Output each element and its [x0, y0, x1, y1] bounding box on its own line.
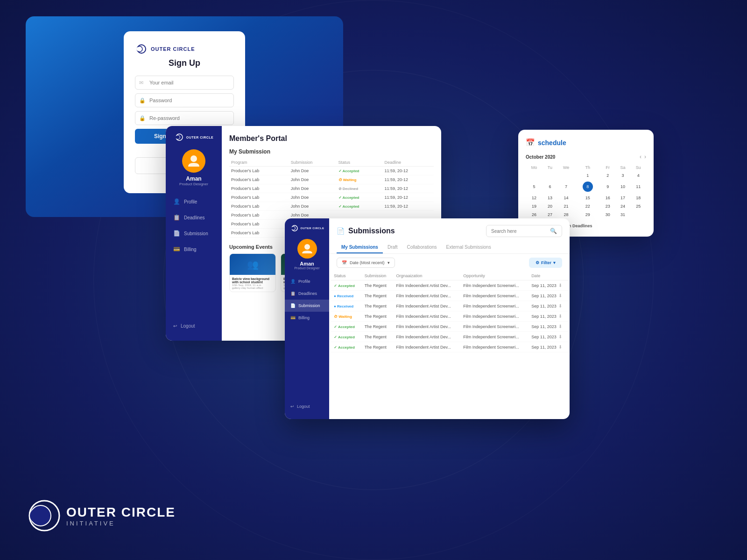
portal-logout-btn[interactable]: ↩ Logout	[166, 319, 222, 333]
sub-billing-icon: 💳	[290, 315, 296, 320]
sub-sidebar-logo: OUTER CIRCLE	[290, 225, 324, 231]
submissions-panel: OUTER CIRCLE Aman Product Designer 👤 Pro…	[285, 218, 570, 419]
cal-day-cell[interactable]: 13	[543, 194, 557, 202]
tab-collaborations[interactable]: Collaborations	[402, 242, 442, 253]
cal-day-cell[interactable]: 8	[575, 180, 601, 194]
sub-search-input[interactable]	[491, 229, 547, 234]
cal-day-cell[interactable]: 3	[615, 171, 630, 180]
calendar-next-btn[interactable]: ›	[644, 154, 646, 160]
cal-day-cell[interactable]: 18	[631, 194, 646, 202]
cal-day-cell[interactable]: 9	[600, 180, 615, 194]
submission-icon: 📄	[173, 230, 180, 237]
sub-nav-deadlines[interactable]: 📋 Deadlines	[285, 287, 329, 300]
calendar-prev-btn[interactable]: ‹	[640, 154, 641, 160]
portal-logout-label: Logout	[181, 323, 195, 329]
cal-day-cell[interactable]: 24	[615, 202, 630, 210]
portal-nav-billing[interactable]: 💳 Billing	[166, 241, 222, 257]
chevron-down-icon: ▾	[388, 260, 390, 265]
sub-nav-profile-label: Profile	[298, 279, 310, 284]
cal-day-cell[interactable]: 11	[631, 180, 646, 194]
sub-cell-status: ✓ Accepted	[330, 342, 361, 352]
calendar-month-row: October 2020 ‹ ›	[526, 154, 646, 160]
sub-cell-org: Film Indeoendent Artist Dev...	[393, 301, 460, 311]
sub-nav-billing-label: Billing	[298, 315, 310, 320]
sub-col-date: Date	[528, 272, 569, 280]
calendar-icon: 📅	[526, 138, 535, 147]
sub-logout-btn[interactable]: ↩ Logout	[285, 400, 329, 413]
event-location-1: gallery-clay human effect	[232, 287, 273, 289]
cal-day-cell[interactable]: 12	[526, 194, 543, 202]
sub-cell-org: Film Indeoendent Artist Dev...	[393, 291, 460, 301]
event-name-1: Batciv view background with school stude…	[232, 277, 273, 284]
portal-cell-submission: John Doe	[289, 167, 337, 175]
cal-day-cell[interactable]: 30	[600, 210, 615, 219]
sub-date-filter[interactable]: 📅 Date (Most recent) ▾	[337, 258, 395, 268]
cal-day-cell[interactable]: 10	[615, 180, 630, 194]
portal-nav-deadlines[interactable]: 📋 Deadlines	[166, 210, 222, 225]
portal-sidebar: OUTER CIRCLE Aman Product Designer 👤 Pro…	[166, 126, 222, 341]
sub-submission-icon: 📄	[290, 303, 296, 308]
cal-day-cell[interactable]: 17	[615, 194, 630, 202]
sub-sidebar-logo-text: OUTER CIRCLE	[301, 227, 324, 230]
sub-cell-date: Sep 11, 2023 ⬇	[528, 280, 569, 291]
email-field[interactable]	[135, 76, 234, 90]
sub-cell-date: Sep 11, 2023 ⬇	[528, 301, 569, 311]
event-img-1: 👥	[230, 254, 275, 275]
cal-day-header: Su	[631, 164, 646, 171]
cal-day-cell[interactable]: 31	[615, 210, 630, 219]
portal-cell-status: ⏱ Waiting	[337, 175, 383, 184]
password-icon: 🔒	[139, 97, 146, 103]
cal-day-cell[interactable]: 27	[543, 210, 557, 219]
portal-cell-submission: John Doe	[289, 202, 337, 211]
cal-day-cell[interactable]: 26	[526, 210, 543, 219]
tab-my-submissions[interactable]: My Submissions	[337, 242, 383, 253]
cal-today-indicator: 8	[583, 182, 593, 192]
sub-header-left: 📄 Submissions	[337, 227, 395, 235]
cal-week-row: 262728293031	[526, 210, 646, 219]
cal-day-cell[interactable]: 21	[557, 202, 575, 210]
event-card-1[interactable]: 👥 Batciv view background with school stu…	[229, 253, 276, 292]
cal-day-cell[interactable]: 28	[557, 210, 575, 219]
cal-day-cell[interactable]: 16	[600, 194, 615, 202]
event-people-icon-1: 👥	[247, 259, 259, 270]
sub-nav-submission[interactable]: 📄 Submission	[285, 300, 329, 312]
sub-search-icon: 🔍	[550, 228, 557, 234]
cal-day-cell[interactable]: 4	[631, 171, 646, 180]
portal-cell-program: Producer's Lab	[229, 193, 289, 202]
sub-nav-profile[interactable]: 👤 Profile	[285, 275, 329, 287]
sub-col-org: Orgnaaization	[393, 272, 460, 280]
repassword-field[interactable]	[135, 111, 234, 125]
sub-top-bar: 📄 Submissions 🔍	[329, 218, 570, 237]
repassword-input-wrap: 🔒	[135, 111, 234, 125]
password-field[interactable]	[135, 93, 234, 107]
sub-filter-button[interactable]: ⚙ Filter ▾	[529, 258, 562, 268]
cal-day-cell[interactable]: 19	[526, 202, 543, 210]
cal-day-cell[interactable]: 29	[575, 210, 601, 219]
sub-cell-submission: The Regent	[361, 291, 393, 301]
sub-nav-billing[interactable]: 💳 Billing	[285, 312, 329, 324]
cal-day-cell[interactable]: 5	[526, 180, 543, 194]
cal-day-cell[interactable]: 22	[575, 202, 601, 210]
cal-day-cell[interactable]: 7	[557, 180, 575, 194]
cal-day-cell[interactable]: 20	[543, 202, 557, 210]
cal-day-cell[interactable]: 1	[575, 171, 601, 180]
cal-day-cell[interactable]: 15	[575, 194, 601, 202]
sub-cell-status: ● Received	[330, 291, 361, 301]
portal-cell-deadline: 11:59, 20-12	[383, 167, 434, 175]
sub-table-row: ● Received The Regent Film Indeoendent A…	[330, 301, 569, 311]
cal-day-cell[interactable]: 2	[600, 171, 615, 180]
sub-table-row: ● Received The Regent Film Indeoendent A…	[330, 291, 569, 301]
sub-cell-opportunity: Film Independent Screenwri...	[459, 311, 528, 322]
sub-table-wrap: Status Submission Orgnaaization Opportun…	[329, 272, 570, 419]
cal-day-cell[interactable]: 23	[600, 202, 615, 210]
portal-nav-submission[interactable]: 📄 Submission	[166, 225, 222, 241]
cal-day-cell[interactable]: 25	[631, 202, 646, 210]
cal-day-cell[interactable]: 6	[543, 180, 557, 194]
portal-cell-deadline: 11:59, 20-12	[383, 175, 434, 184]
portal-cell-status: ✓ Accepted	[337, 193, 383, 202]
tab-external-submissions[interactable]: External Submissions	[442, 242, 496, 253]
sub-filter-btn-label: Filter	[541, 260, 551, 265]
cal-day-cell[interactable]: 14	[557, 194, 575, 202]
portal-nav-profile[interactable]: 👤 Profile	[166, 194, 222, 210]
tab-draft[interactable]: Draft	[383, 242, 402, 253]
